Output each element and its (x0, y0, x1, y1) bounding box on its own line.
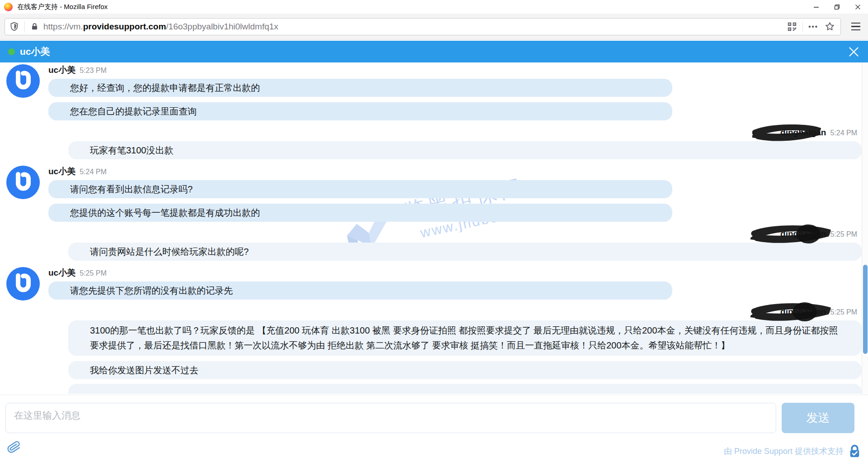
close-window-button[interactable] (847, 0, 868, 14)
message-time: 5:25 PM (80, 269, 107, 277)
message-time: 5:25 PM (830, 308, 857, 316)
minimize-button[interactable] (806, 0, 826, 14)
message-group-agent: uc小美5:23 PM 您好，经查询，您的提款申请都是有正常出款的 您在您自己的… (0, 64, 862, 120)
url-text[interactable]: https://vm.providesupport.com/16o3ppbyal… (43, 22, 278, 32)
attach-file-button[interactable] (7, 439, 22, 455)
redacted-visitor-name: dinghaigan (780, 127, 826, 138)
send-button[interactable]: 发送 (782, 403, 854, 433)
page-actions-icon[interactable]: ••• (803, 23, 824, 30)
message-time: 5:24 PM (830, 129, 857, 137)
redacted-visitor-name: dinghaigan (780, 228, 826, 240)
agent-avatar (6, 166, 40, 199)
url-scheme: https://vm. (43, 22, 83, 31)
chat-scrollbar-thumb[interactable] (863, 265, 868, 354)
chat-message-bubble: 您在您自己的提款记录里面查询 (48, 102, 672, 120)
chat-message-bubble: 您好，经查询，您的提款申请都是有正常出款的 (48, 79, 672, 97)
powered-by-text: 由 Provide Support 提供技术支持 (724, 446, 844, 457)
close-chat-icon[interactable] (848, 46, 860, 58)
chat-message-bubble: 我给你发送图片发送不过去 (68, 361, 862, 379)
firefox-icon (4, 3, 13, 11)
url-path: /16o3ppbyalbiv1hi0lwldmfq1x (166, 22, 278, 31)
chat-message-bubble: 请问您有看到出款信息记录吗? (48, 180, 672, 198)
hamburger-menu-icon[interactable] (848, 19, 863, 34)
message-group-agent: uc小美5:24 PM 请问您有看到出款信息记录吗? 您提供的这个账号每一笔提款… (0, 166, 862, 222)
chat-message-bubble: 请问贵网站是什么时候给玩家出款的呢? (68, 243, 862, 261)
bookmark-star-icon[interactable] (824, 21, 840, 32)
agent-avatar (6, 267, 40, 301)
chat-widget: uc小美 鉴黑担保网 www.jhdb8.com (0, 41, 868, 458)
uc-logo-icon (6, 166, 40, 199)
chat-header: uc小美 (0, 41, 868, 62)
message-time: 5:24 PM (80, 168, 107, 176)
chat-message-bubble: 3100的那一笔也出款了吗？玩家反馈的是 【充值200 玩体育 出款3100 被… (68, 320, 862, 356)
powered-by[interactable]: 由 Provide Support 提供技术支持 (724, 444, 861, 458)
restore-button[interactable] (826, 0, 847, 14)
message-time: 5:25 PM (830, 230, 857, 238)
uc-logo-icon (6, 64, 40, 98)
sender-name: uc小美 (48, 268, 75, 277)
chat-message-bubble: 请您先提供下您所谓的没有出款的记录先 (48, 281, 672, 300)
https-lock-icon[interactable] (25, 22, 43, 31)
chat-message-area: 鉴黑担保网 www.jhdb8.com uc小美5:23 PM 您好，经查询，您… (0, 62, 862, 395)
chat-message-bubble: 您提供的这个账号每一笔提款都是有成功出款的 (48, 204, 672, 222)
message-group-visitor: dinghaigan 5:25 PM 请问贵网站是什么时候给玩家出款的呢? (0, 228, 862, 261)
url-bar[interactable]: https://vm.providesupport.com/16o3ppbyal… (5, 18, 841, 35)
message-group-visitor: dinghaigan 5:24 PM 玩家有笔3100没出款 (0, 127, 862, 159)
url-domain: providesupport.com (83, 22, 166, 31)
sender-name: uc小美 (48, 167, 75, 176)
chat-message-bubble: 玩家有笔3100没出款 (68, 141, 862, 159)
sender-name: uc小美 (48, 65, 75, 75)
secure-lock-badge-icon (848, 444, 861, 458)
qr-code-icon[interactable] (782, 22, 802, 32)
window-title: 在线客户支持 - Mozilla Firefox (17, 3, 108, 11)
redacted-visitor-name: dinghaigan (780, 306, 826, 318)
message-group-visitor: dinghaigan 5:25 PM 3100的那一笔也出款了吗？玩家反馈的是 … (0, 306, 862, 394)
chat-composer: 发送 由 Provide Support 提供技术支持 (0, 395, 868, 458)
chat-message-bubble-partial (68, 384, 862, 394)
window-titlebar: 在线客户支持 - Mozilla Firefox (0, 0, 868, 14)
paperclip-icon (6, 439, 22, 455)
browser-toolbar: https://vm.providesupport.com/16o3ppbyal… (0, 14, 868, 40)
agent-avatar (6, 64, 40, 98)
message-group-agent: uc小美5:25 PM 请您先提供下您所谓的没有出款的记录先 (0, 267, 862, 300)
message-input[interactable] (5, 403, 776, 433)
tracking-protection-shield-icon[interactable] (5, 21, 25, 33)
online-status-dot (8, 48, 15, 55)
chat-title: uc小美 (20, 45, 50, 58)
message-time: 5:23 PM (80, 67, 107, 74)
uc-logo-icon (6, 267, 40, 301)
